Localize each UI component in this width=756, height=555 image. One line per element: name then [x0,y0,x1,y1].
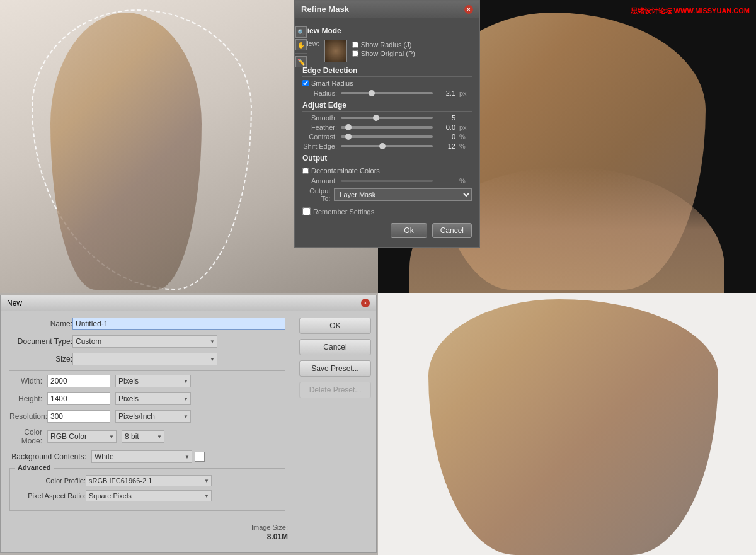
refine-mask-dialog: Refine Mask × View Mode View: Show Radiu… [294,0,480,248]
refine-mask-ok-button[interactable]: Ok [391,223,427,238]
width-row: Width: Pixels Inches cm [9,375,285,387]
hand-tool-icon[interactable]: ✋ [295,39,307,50]
shift-edge-label: Shift Edge: [302,142,337,150]
feather-label: Feather: [302,123,337,131]
brush-tool-icon[interactable]: ✏️ [295,56,307,67]
delete-preset-button: Delete Preset... [299,382,371,398]
color-mode-label: Color Mode: [9,428,47,445]
width-unit-select[interactable]: Pixels Inches cm [115,375,191,387]
pixel-aspect-select[interactable]: Square Pixels [86,490,212,501]
edge-detection-section-label: Edge Detection [302,66,472,77]
height-unit-select[interactable]: Pixels Inches cm [115,392,191,405]
shift-edge-slider-thumb[interactable] [379,143,386,149]
size-label: Size: [9,355,72,363]
show-original-row: Show Original (P) [352,50,415,57]
radius-slider-track[interactable] [341,92,433,94]
refine-mask-close-button[interactable]: × [464,5,473,14]
output-to-row: Output To: Layer Mask [302,187,472,202]
smooth-slider-track[interactable] [341,117,433,119]
show-radius-checkbox[interactable] [352,42,358,48]
shift-edge-unit: % [459,142,472,150]
show-original-checkbox[interactable] [352,50,358,57]
decontaminate-label: Decontaminate Colors [311,167,380,175]
new-document-form: Name: Document Type: Custom Default Phot… [1,311,294,551]
show-radius-row: Show Radius (J) [352,41,415,49]
color-mode-row: Color Mode: RGB Color CMYK Color Graysca… [9,428,285,445]
image-size-label: Image Size: [251,524,288,531]
decontaminate-checkbox[interactable] [302,168,309,174]
zoom-tool-icon[interactable]: 🔍 [295,26,307,38]
color-profile-select[interactable]: sRGB IEC61966-2.1 [86,475,212,486]
view-mode-section-label: View Mode [302,26,472,37]
new-ok-button[interactable]: OK [299,318,371,334]
width-label: Width: [9,377,47,386]
contrast-row: Contrast: 0 % [302,133,472,140]
decontaminate-row: Decontaminate Colors [302,167,472,175]
watermark: 思绪设计论坛 WWW.MISSYUAN.COM [631,6,750,16]
resolution-label: Resolution: [9,412,47,421]
amount-slider-track [341,180,433,182]
refine-mask-cancel-button[interactable]: Cancel [432,223,472,238]
main-container: 思绪设计论坛 WWW.MISSYUAN.COM 🔍 ✋ ✏️ Refine Ma… [0,0,756,555]
new-document-title-bar: New × [1,295,376,311]
feather-row: Feather: 0.0 px [302,123,472,131]
amount-unit: % [459,177,472,185]
new-document-body: Name: Document Type: Custom Default Phot… [1,311,376,551]
width-input[interactable] [47,375,110,387]
radius-unit: px [459,89,472,97]
show-radius-label: Show Radius (J) [361,41,412,49]
bg-contents-label: Background Contents: [9,452,91,461]
smooth-slider-thumb[interactable] [373,115,379,121]
document-type-select[interactable]: Custom Default Photoshop Size U.S. Paper… [72,335,217,348]
color-mode-select[interactable]: RGB Color CMYK Color Grayscale [47,430,117,443]
refine-mask-title: Refine Mask [301,4,349,14]
image-size-value: 8.01M [251,532,288,541]
feather-slider-thumb[interactable] [345,124,352,130]
contrast-slider-thumb[interactable] [345,134,352,140]
height-input[interactable] [47,392,110,405]
output-section-label: Output [302,154,472,164]
resolution-unit-select[interactable]: Pixels/Inch Pixels/cm [115,410,191,423]
smooth-value: 5 [437,114,455,122]
new-document-dialog: New × Name: Document Type: Custom Defaul… [0,295,377,553]
feather-unit: px [459,123,472,131]
radius-slider-thumb[interactable] [369,90,375,96]
color-profile-label: Color Profile: [16,477,86,484]
amount-label: Amount: [302,177,337,185]
smart-radius-checkbox[interactable] [302,80,309,86]
size-row: Size: [9,353,285,365]
remember-settings-checkbox[interactable] [302,207,311,215]
feather-slider-track[interactable] [341,126,433,129]
view-thumbnail[interactable] [324,40,347,62]
smart-radius-row: Smart Radius [302,79,472,87]
bg-contents-select[interactable]: White Background Color Transparent [91,450,192,463]
refine-mask-body: View Mode View: Show Radius (J) Show Ori… [295,18,479,247]
show-original-label: Show Original (P) [361,50,415,57]
radius-label: Radius: [302,89,337,97]
height-row: Height: Pixels Inches cm [9,392,285,405]
radius-row: Radius: 2.1 px [302,89,472,97]
bg-color-swatch[interactable] [195,452,205,462]
shift-edge-row: Shift Edge: -12 % [302,142,472,150]
refine-mask-buttons: Ok Cancel [302,219,472,242]
document-type-label: Document Type: [9,337,72,346]
tool-sidebar: 🔍 ✋ ✏️ [295,26,307,69]
name-label: Name: [9,319,72,328]
save-preset-button[interactable]: Save Preset... [299,360,371,377]
name-input[interactable] [72,318,285,330]
resolution-input[interactable] [47,410,110,423]
adjust-edge-section-label: Adjust Edge [302,101,472,112]
new-document-close-button[interactable]: × [361,299,370,307]
new-document-buttons: OK Cancel Save Preset... Delete Preset..… [294,311,376,551]
new-cancel-button[interactable]: Cancel [299,339,371,355]
bit-depth-select[interactable]: 8 bit 16 bit 32 bit [122,430,164,443]
refine-mask-title-bar: Refine Mask × [295,1,479,18]
new-document-title: New [7,299,22,307]
contrast-slider-track[interactable] [341,135,433,138]
contrast-label: Contrast: [302,133,337,140]
shift-edge-value: -12 [437,142,455,150]
size-select[interactable] [72,353,217,365]
output-to-select[interactable]: Layer Mask [334,188,472,201]
remember-settings-label: Remember Settings [313,208,374,215]
shift-edge-slider-track[interactable] [341,145,433,147]
